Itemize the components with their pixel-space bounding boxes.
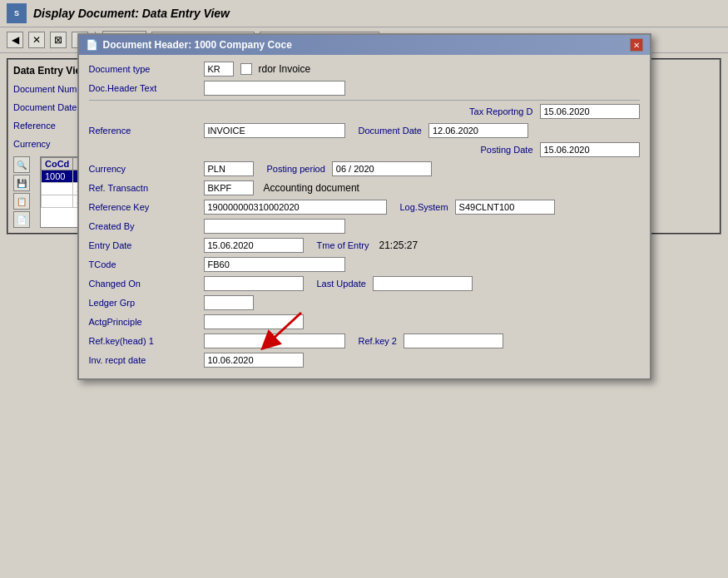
actg-principle-label: ActgPrinciple — [89, 317, 197, 327]
ledger-grp-label: Ledger Grp — [89, 298, 197, 308]
created-by-label: Created By — [89, 221, 197, 231]
doc-type-label: Document type — [89, 64, 197, 74]
doc-date-label-2: Document Date — [359, 126, 422, 136]
entry-date-field[interactable] — [204, 238, 304, 253]
ledger-grp-field[interactable] — [204, 295, 254, 310]
doc-date-field-2[interactable] — [428, 123, 528, 138]
dialog-title-left: 📄 Document Header: 1000 Company Coce — [86, 39, 292, 51]
posting-period-label: Posting period — [267, 164, 325, 174]
doc-header-text-label: Doc.Header Text — [89, 83, 197, 93]
inv-recpt-field[interactable] — [204, 353, 304, 368]
refkey2-label: Ref.key 2 — [359, 336, 397, 346]
tcode-label: TCode — [89, 259, 197, 269]
dialog-titlebar: 📄 Document Header: 1000 Company Coce ✕ — [79, 35, 650, 55]
posting-date-label-2: Posting Date — [481, 145, 533, 155]
last-update-field[interactable] — [373, 276, 473, 291]
doc-type-field[interactable] — [204, 62, 234, 77]
time-of-entry-label: Tme of Entry — [317, 240, 369, 250]
dialog-row-refkey-head: Ref.key(head) 1 Ref.key 2 — [89, 333, 640, 348]
dialog-row-tax: Tax Reportng D — [89, 104, 640, 119]
tcode-field[interactable] — [204, 257, 345, 272]
ref-transactn-field[interactable] — [204, 180, 254, 195]
log-system-label: Log.System — [400, 202, 448, 212]
currency-label-2: Currency — [89, 164, 197, 174]
doc-type-checkbox[interactable] — [240, 63, 252, 75]
dialog-row-actg-principle: ActgPrinciple — [89, 314, 640, 329]
dialog-row-changed-on: Changed On Last Update — [89, 276, 640, 291]
last-update-label: Last Update — [317, 279, 366, 289]
posting-date-field-2[interactable] — [540, 142, 640, 157]
dialog-row-doctype: Document type rdor Invoice — [89, 62, 640, 77]
dialog-row-inv-recpt: Inv. recpt date — [89, 353, 640, 368]
dialog-overlay: 📄 Document Header: 1000 Company Coce ✕ D… — [0, 0, 728, 578]
tax-reporting-field[interactable] — [540, 104, 640, 119]
inv-recpt-label: Inv. recpt date — [89, 355, 197, 365]
tax-reporting-label: Tax Reportng D — [469, 106, 532, 116]
dialog-row-tcode: TCode — [89, 257, 640, 272]
posting-period-field[interactable] — [332, 161, 432, 176]
dialog-content: Document type rdor Invoice Doc.Header Te… — [79, 55, 650, 378]
dialog-row-ledger-grp: Ledger Grp — [89, 295, 640, 310]
dialog-icon: 📄 — [86, 39, 98, 51]
dialog-close-button[interactable]: ✕ — [630, 38, 643, 52]
currency-field-2[interactable] — [204, 161, 254, 176]
refkey2-field[interactable] — [404, 333, 503, 348]
dialog-row-created-by: Created By — [89, 219, 640, 234]
ref-key-label: Reference Key — [89, 202, 197, 212]
doc-header-text-field[interactable] — [204, 81, 345, 96]
dialog-title: Document Header: 1000 Company Coce — [103, 39, 292, 51]
reference-field-2[interactable] — [204, 123, 345, 138]
dialog-row-ref-transactn: Ref. Transactn Accounting document — [89, 180, 640, 195]
entry-date-label: Entry Date — [89, 240, 197, 250]
dialog-row-header-text: Doc.Header Text — [89, 81, 640, 96]
refkey-head-label: Ref.key(head) 1 — [89, 336, 197, 346]
dialog-row-reference: Reference Document Date — [89, 123, 640, 138]
changed-on-label: Changed On — [89, 279, 197, 289]
dialog-row-currency-period: Currency Posting period — [89, 161, 640, 176]
accounting-doc-label: Accounting document — [264, 182, 359, 194]
reference-label-2: Reference — [89, 126, 197, 136]
separator — [89, 100, 640, 101]
arrow-annotation — [251, 309, 318, 354]
dialog-row-posting-date: Posting Date — [89, 142, 640, 157]
created-by-field[interactable] — [204, 219, 345, 234]
dialog-row-entry-date: Entry Date Tme of Entry 21:25:27 — [89, 238, 640, 253]
ref-transactn-label: Ref. Transactn — [89, 183, 197, 193]
ref-key-field[interactable] — [204, 200, 387, 215]
doc-type-description: rdor Invoice — [259, 63, 311, 75]
svg-line-1 — [268, 313, 301, 343]
dialog-row-ref-key: Reference Key Log.System — [89, 200, 640, 215]
time-of-entry-value: 21:25:27 — [379, 240, 418, 251]
log-system-field[interactable] — [455, 200, 555, 215]
changed-on-field[interactable] — [204, 276, 304, 291]
document-header-dialog: 📄 Document Header: 1000 Company Coce ✕ D… — [77, 33, 651, 380]
